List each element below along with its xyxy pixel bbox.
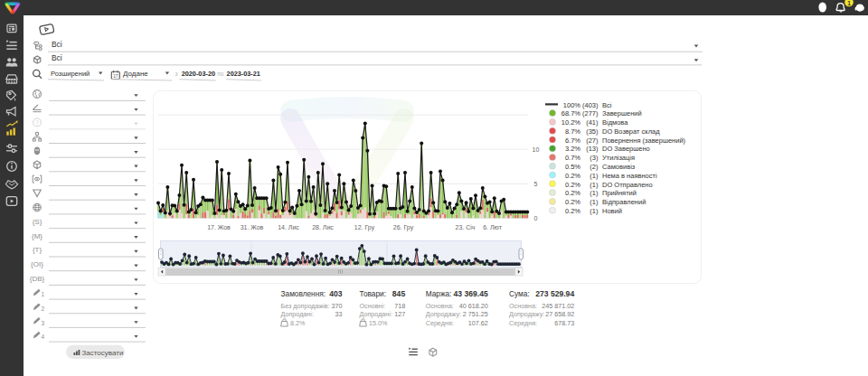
svg-text:0.2%: 0.2% <box>565 181 580 189</box>
svg-text:3: 3 <box>42 320 45 326</box>
svg-text:14. Лис: 14. Лис <box>278 224 299 230</box>
svg-text:403: 403 <box>329 289 343 298</box>
svg-text:718: 718 <box>394 302 405 310</box>
svg-text:(1): (1) <box>590 198 599 206</box>
svg-text:1: 1 <box>847 0 851 6</box>
svg-text:0.5%: 0.5% <box>565 163 580 171</box>
svg-text:40 618.20: 40 618.20 <box>459 302 488 310</box>
svg-text:2 751.25: 2 751.25 <box>463 310 488 318</box>
svg-text:370: 370 <box>332 302 343 310</box>
svg-text:0.2%: 0.2% <box>565 172 580 180</box>
svg-text:28. Лис: 28. Лис <box>312 224 334 230</box>
svg-text:Нема в наявності: Нема в наявності <box>602 172 657 180</box>
svg-text:(1): (1) <box>590 181 599 189</box>
svg-text:з: з <box>175 70 178 77</box>
svg-text:(13): (13) <box>586 145 599 153</box>
svg-text:Самовивіз: Самовивіз <box>602 163 636 171</box>
svg-text:Основні:: Основні: <box>360 302 386 310</box>
svg-text:17: 17 <box>113 74 118 79</box>
svg-text:33: 33 <box>335 310 343 318</box>
svg-text:{T}: {T} <box>33 246 42 254</box>
svg-text:(1): (1) <box>590 189 599 197</box>
svg-text:10.2%: 10.2% <box>561 118 581 127</box>
svg-text:Додане: Додане <box>123 70 148 78</box>
svg-text:{M}: {M} <box>32 232 42 240</box>
svg-text:Основна:: Основна: <box>426 302 454 310</box>
svg-text:Відмова: Відмова <box>602 118 628 127</box>
svg-text:0: 0 <box>534 215 538 221</box>
svg-text:0.7%: 0.7% <box>565 154 580 162</box>
svg-text:Застосувати: Застосувати <box>82 349 124 357</box>
svg-text:245 871.02: 245 871.02 <box>542 302 574 310</box>
svg-text:Маржа:: Маржа: <box>426 289 452 298</box>
svg-text:Всі: Всі <box>602 101 612 109</box>
svg-text:по: по <box>217 70 224 77</box>
svg-text:Без допродажів:: Без допродажів: <box>281 302 330 310</box>
svg-text:(1): (1) <box>590 207 599 215</box>
svg-text:Утилізація: Утилізація <box>602 154 635 162</box>
svg-text:DO Отправлено: DO Отправлено <box>602 181 653 189</box>
svg-text:Допродажу:: Допродажу: <box>509 310 544 318</box>
svg-text:{DB}: {DB} <box>30 275 45 283</box>
svg-text:Середня:: Середня: <box>509 319 537 327</box>
svg-text:12. Гру: 12. Гру <box>354 224 375 231</box>
svg-text:8.7%: 8.7% <box>565 127 580 136</box>
svg-text:Повернення (завершений): Повернення (завершений) <box>602 136 686 145</box>
svg-text:2020-03-20: 2020-03-20 <box>182 70 215 78</box>
svg-text:DO Возврат склад: DO Возврат склад <box>602 127 660 136</box>
svg-text:{S}: {S} <box>33 218 42 226</box>
svg-text:Допродажу:: Допродажу: <box>426 310 461 318</box>
svg-text:(3): (3) <box>590 154 599 162</box>
svg-text:(35): (35) <box>586 127 599 136</box>
svg-text:6. Лют: 6. Лют <box>483 224 502 230</box>
svg-text:Розширений: Розширений <box>51 70 90 78</box>
svg-text:Основна:: Основна: <box>509 302 537 310</box>
svg-text:2023-03-21: 2023-03-21 <box>227 70 260 78</box>
svg-text:273 529.94: 273 529.94 <box>535 289 574 298</box>
svg-text:68.7%: 68.7% <box>561 109 581 118</box>
svg-text:17. Жов: 17. Жов <box>207 224 231 230</box>
svg-text:5: 5 <box>534 181 538 187</box>
svg-text:127: 127 <box>394 310 405 318</box>
svg-text:107.62: 107.62 <box>468 319 488 327</box>
svg-text:0.2%: 0.2% <box>565 198 580 206</box>
svg-text:845: 845 <box>392 289 406 298</box>
svg-text:?: ? <box>35 119 39 126</box>
svg-text:27 658.92: 27 658.92 <box>545 310 574 318</box>
svg-text:DO Завершено: DO Завершено <box>602 145 650 153</box>
svg-text:678.73: 678.73 <box>554 319 574 327</box>
svg-text:0.2%: 0.2% <box>565 189 580 197</box>
svg-text:{OI}: {OI} <box>31 260 43 268</box>
svg-text:26. Гру: 26. Гру <box>393 224 414 231</box>
svg-text:Прийнятий: Прийнятий <box>602 189 637 197</box>
svg-text:Допродані:: Допродані: <box>281 310 314 318</box>
svg-text:(2): (2) <box>590 163 599 171</box>
svg-text:Відправлений: Відправлений <box>602 198 646 206</box>
svg-text:(1): (1) <box>590 172 599 180</box>
svg-text:23. Січ: 23. Січ <box>456 224 476 230</box>
svg-text:Завершений: Завершений <box>602 109 642 118</box>
svg-text:15.0%: 15.0% <box>369 319 388 327</box>
svg-text:Всі: Всі <box>52 53 62 62</box>
svg-text:0.2%: 0.2% <box>565 207 580 215</box>
svg-text:4: 4 <box>42 334 45 340</box>
svg-text:(41): (41) <box>586 118 599 127</box>
svg-text:(277): (277) <box>582 109 599 118</box>
svg-text:6.7%: 6.7% <box>565 136 580 145</box>
svg-text:Товари:: Товари: <box>360 289 387 298</box>
svg-text:(27): (27) <box>586 136 599 145</box>
svg-text:Допродані:: Допродані: <box>360 310 392 318</box>
svg-text:(403): (403) <box>582 101 599 109</box>
svg-text:1: 1 <box>42 291 45 297</box>
svg-text:Замовлення:: Замовлення: <box>281 289 326 298</box>
svg-text:43 369.45: 43 369.45 <box>454 289 488 298</box>
svg-text:100%: 100% <box>563 101 581 109</box>
svg-text:10: 10 <box>533 146 540 153</box>
svg-text:Сума:: Сума: <box>509 289 530 298</box>
svg-text:31. Жов: 31. Жов <box>241 224 264 230</box>
svg-text:8.2%: 8.2% <box>290 319 306 327</box>
svg-text:2: 2 <box>42 306 45 312</box>
svg-text:Новий: Новий <box>602 207 622 215</box>
svg-text:Всі: Всі <box>52 40 62 49</box>
svg-text:3.2%: 3.2% <box>565 145 580 153</box>
